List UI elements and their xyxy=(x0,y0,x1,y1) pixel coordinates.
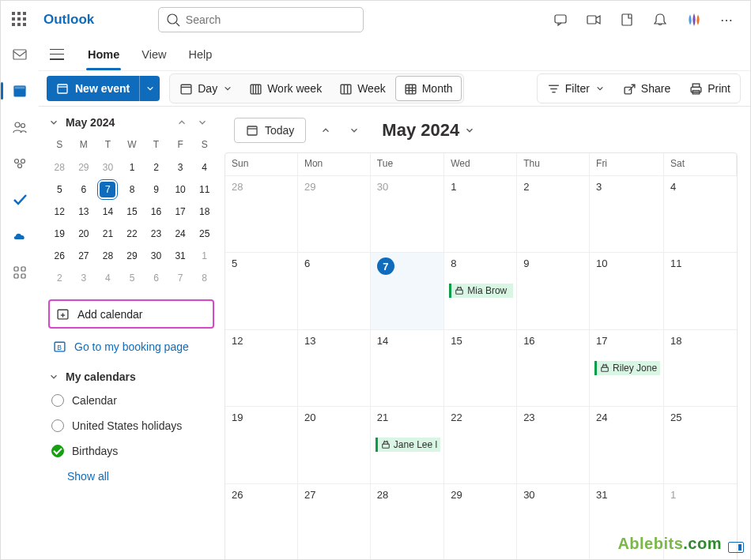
minical-day[interactable]: 28 xyxy=(96,246,119,266)
new-event-button[interactable]: New event xyxy=(47,76,139,101)
rail-onedrive[interactable] xyxy=(9,225,31,247)
rail-calendar[interactable] xyxy=(9,80,31,102)
new-event-dropdown[interactable] xyxy=(139,76,160,101)
minical-day[interactable]: 25 xyxy=(193,224,216,244)
minical-day[interactable]: 6 xyxy=(73,179,96,200)
minical-day[interactable]: 16 xyxy=(145,201,168,222)
calendar-cell[interactable]: 13 xyxy=(298,329,371,406)
minical-day[interactable]: 5 xyxy=(121,268,144,288)
minical-day[interactable]: 24 xyxy=(169,224,192,244)
calendar-cell[interactable]: 26 xyxy=(225,483,298,560)
calendar-cell[interactable]: 12 xyxy=(225,329,298,406)
minical-day[interactable]: 6 xyxy=(145,268,168,288)
minical-day[interactable]: 17 xyxy=(169,201,192,222)
teams-chat-icon[interactable] xyxy=(553,12,568,28)
rail-people[interactable] xyxy=(9,116,31,138)
calendar-cell[interactable]: 5 xyxy=(225,252,298,329)
rail-mail[interactable] xyxy=(9,43,31,66)
minical-day[interactable]: 5 xyxy=(48,179,71,200)
minical-day[interactable]: 19 xyxy=(48,224,71,244)
minical-day[interactable]: 21 xyxy=(96,224,119,244)
nav-toggle-icon[interactable] xyxy=(50,49,64,60)
calendar-cell[interactable]: 30 xyxy=(517,483,590,560)
chevron-down-icon[interactable] xyxy=(48,117,59,128)
minical-day[interactable]: 18 xyxy=(193,201,216,222)
app-launcher-icon[interactable] xyxy=(12,12,28,28)
minical-day[interactable]: 1 xyxy=(193,246,216,266)
search-input[interactable] xyxy=(186,13,357,26)
calendar-grid[interactable]: SunMonTueWedThuFriSat28293012345678Mia B… xyxy=(225,152,738,560)
minical-day[interactable]: 2 xyxy=(48,268,71,288)
calendar-cell[interactable]: 11 xyxy=(664,252,737,329)
my-calendars-header[interactable]: My calendars xyxy=(47,359,217,388)
calendar-cell[interactable]: 10 xyxy=(590,252,664,329)
calendar-event[interactable]: Mia Brow xyxy=(449,284,513,298)
calendar-list-item[interactable]: United States holidays xyxy=(48,413,217,438)
today-button[interactable]: Today xyxy=(234,118,306,143)
copilot-icon[interactable] xyxy=(685,11,703,28)
view-month-button[interactable]: Month xyxy=(395,76,462,101)
pane-toggle-icon[interactable] xyxy=(728,542,744,553)
minical-day[interactable]: 14 xyxy=(96,201,119,222)
calendar-cell[interactable]: 20 xyxy=(298,406,371,483)
minical-day[interactable]: 8 xyxy=(121,179,144,200)
calendar-title[interactable]: May 2024 xyxy=(382,120,475,141)
minical-day[interactable]: 29 xyxy=(121,246,144,266)
minical-day[interactable]: 11 xyxy=(193,179,216,200)
notes-icon[interactable] xyxy=(619,12,635,28)
rail-groups[interactable] xyxy=(9,152,31,175)
view-day-button[interactable]: Day xyxy=(172,76,240,101)
minical-day[interactable]: 9 xyxy=(145,179,168,200)
calendar-cell[interactable]: 17Riley Jone xyxy=(590,329,664,406)
rail-todo[interactable] xyxy=(9,189,31,211)
minical-day[interactable]: 22 xyxy=(121,224,144,244)
calendar-cell[interactable]: 28 xyxy=(371,483,444,560)
calendar-cell[interactable]: 27 xyxy=(298,483,371,560)
calendar-cell[interactable]: 6 xyxy=(298,252,371,329)
calendar-cell[interactable]: 2 xyxy=(517,175,590,252)
notifications-icon[interactable] xyxy=(652,12,668,28)
calendar-cell[interactable]: 9 xyxy=(517,252,590,329)
minical-day[interactable]: 29 xyxy=(73,157,96,178)
calendar-cell[interactable]: 29 xyxy=(298,175,371,252)
calendar-cell[interactable]: 7 xyxy=(371,252,444,329)
add-calendar-button[interactable]: Add calendar xyxy=(48,299,214,329)
minical-day[interactable]: 7 xyxy=(169,268,192,288)
tab-view[interactable]: View xyxy=(142,43,166,66)
minical-day[interactable]: 1 xyxy=(121,157,144,178)
minical-next-icon[interactable] xyxy=(197,117,208,128)
calendar-cell[interactable]: 29 xyxy=(444,483,517,560)
calendar-cell[interactable]: 22 xyxy=(444,406,517,483)
minical-day[interactable]: 3 xyxy=(169,157,192,178)
minical-day[interactable]: 2 xyxy=(145,157,168,178)
filter-button[interactable]: Filter xyxy=(539,76,612,101)
minical-prev-icon[interactable] xyxy=(176,117,187,128)
view-week-button[interactable]: Week xyxy=(331,76,394,101)
calendar-cell[interactable]: 24 xyxy=(590,406,664,483)
calendar-toggle-icon[interactable] xyxy=(51,394,64,407)
calendar-event[interactable]: Riley Jone xyxy=(594,361,660,375)
next-month-button[interactable] xyxy=(345,122,363,139)
minical-day[interactable]: 12 xyxy=(48,201,71,222)
calendar-cell[interactable]: 18 xyxy=(664,329,737,406)
minical-day[interactable]: 26 xyxy=(48,246,71,266)
minical-day[interactable]: 8 xyxy=(193,268,216,288)
calendar-cell[interactable]: 19 xyxy=(225,406,298,483)
calendar-cell[interactable]: 8Mia Brow xyxy=(444,252,517,329)
mini-calendar[interactable]: SMTWTFS 28293012345678910111213141516171… xyxy=(47,133,217,290)
calendar-cell[interactable]: 21Jane Lee l xyxy=(371,406,444,483)
search-box[interactable] xyxy=(158,7,364,32)
show-all-link[interactable]: Show all xyxy=(47,464,217,489)
tab-help[interactable]: Help xyxy=(188,43,212,66)
calendar-cell[interactable]: 30 xyxy=(371,175,444,252)
rail-more-apps[interactable] xyxy=(9,261,31,284)
calendar-list-item[interactable]: Calendar xyxy=(48,388,217,413)
share-button[interactable]: Share xyxy=(615,76,678,101)
minical-day[interactable]: 28 xyxy=(48,157,71,178)
calendar-cell[interactable]: 4 xyxy=(664,175,737,252)
print-button[interactable]: Print xyxy=(681,76,738,101)
calendar-cell[interactable]: 1 xyxy=(444,175,517,252)
minical-day[interactable]: 27 xyxy=(73,246,96,266)
calendar-toggle-icon[interactable] xyxy=(51,445,64,457)
calendar-cell[interactable]: 28 xyxy=(225,175,298,252)
